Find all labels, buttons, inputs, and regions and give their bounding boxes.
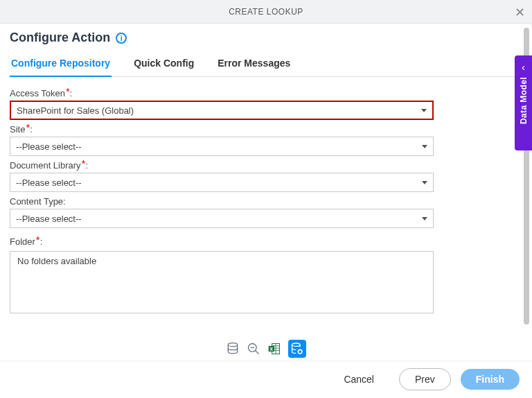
toolbar: X	[0, 337, 532, 361]
label-content-type: Content Type:	[10, 196, 66, 207]
label-document-library-text: Document Library	[10, 160, 81, 171]
excel-icon[interactable]: X	[267, 342, 281, 356]
field-folder: Folder *: No folders available	[10, 235, 434, 313]
dialog-title: CREATE LOOKUP	[229, 7, 303, 17]
label-access-token: Access Token *:	[10, 87, 72, 98]
select-site-value: --Please select--	[16, 141, 82, 152]
chevron-down-icon	[422, 217, 427, 220]
database-icon[interactable]	[226, 342, 240, 356]
section-title-text: Configure Action	[10, 31, 110, 45]
svg-line-2	[256, 351, 259, 354]
label-document-library: Document Library *:	[10, 159, 88, 171]
folder-box[interactable]: No folders available	[10, 251, 434, 313]
zoom-out-icon[interactable]	[247, 342, 260, 356]
select-site[interactable]: --Please select--	[10, 137, 434, 156]
label-folder: Folder *:	[10, 235, 42, 247]
label-folder-text: Folder	[10, 236, 35, 247]
svg-point-12	[299, 350, 302, 354]
tab-configure-repository[interactable]: Configure Repository	[10, 53, 112, 77]
svg-text:X: X	[270, 347, 274, 352]
field-access-token: Access Token *: SharePoint for Sales (Gl…	[10, 87, 434, 120]
required-asterisk: *	[82, 157, 86, 169]
titlebar: CREATE LOOKUP ✕	[0, 0, 532, 24]
chevron-down-icon	[421, 109, 427, 112]
section-title: Configure Action i	[10, 31, 522, 45]
label-site-text: Site	[10, 124, 25, 135]
select-content-type-value: --Please select--	[16, 214, 82, 224]
select-access-token[interactable]: SharePoint for Sales (Global)	[10, 101, 434, 120]
tab-quick-config[interactable]: Quick Config	[132, 53, 195, 76]
database-settings-icon[interactable]	[288, 340, 306, 358]
close-icon[interactable]: ✕	[515, 5, 525, 20]
label-access-token-text: Access Token	[10, 88, 65, 98]
select-access-token-value: SharePoint for Sales (Global)	[17, 105, 134, 116]
folder-empty-text: No folders available	[17, 256, 96, 266]
field-document-library: Document Library *: --Please select--	[10, 159, 434, 192]
cancel-button[interactable]: Cancel	[328, 369, 389, 390]
svg-point-0	[228, 343, 237, 347]
chevron-down-icon	[422, 181, 427, 184]
select-content-type[interactable]: --Please select--	[10, 209, 434, 228]
select-document-library[interactable]: --Please select--	[10, 173, 434, 192]
required-asterisk: *	[36, 234, 40, 245]
form-body: Access Token *: SharePoint for Sales (Gl…	[10, 87, 522, 313]
info-icon[interactable]: i	[116, 33, 127, 44]
select-document-library-value: --Please select--	[16, 178, 82, 188]
chevron-left-icon: ‹	[522, 61, 525, 73]
svg-point-11	[292, 343, 301, 346]
label-content-type-text: Content Type:	[10, 196, 66, 207]
finish-button[interactable]: Finish	[461, 369, 520, 390]
required-asterisk: *	[26, 121, 30, 133]
prev-button[interactable]: Prev	[399, 368, 451, 390]
field-content-type: Content Type: --Please select--	[10, 195, 434, 228]
side-panel-label: Data Model	[519, 77, 529, 124]
side-panel-data-model[interactable]: ‹ Data Model	[515, 55, 532, 150]
content: Configure Action i Configure Repository …	[0, 24, 532, 337]
label-site: Site *:	[10, 123, 33, 135]
footer: Cancel Prev Finish	[0, 361, 532, 397]
chevron-down-icon	[422, 145, 427, 148]
required-asterisk: *	[66, 85, 70, 97]
tabs: Configure Repository Quick Config Error …	[10, 53, 522, 77]
dialog: CREATE LOOKUP ✕ Configure Action i Confi…	[0, 0, 532, 398]
field-site: Site *: --Please select--	[10, 123, 434, 156]
tab-error-messages[interactable]: Error Messages	[216, 53, 292, 76]
